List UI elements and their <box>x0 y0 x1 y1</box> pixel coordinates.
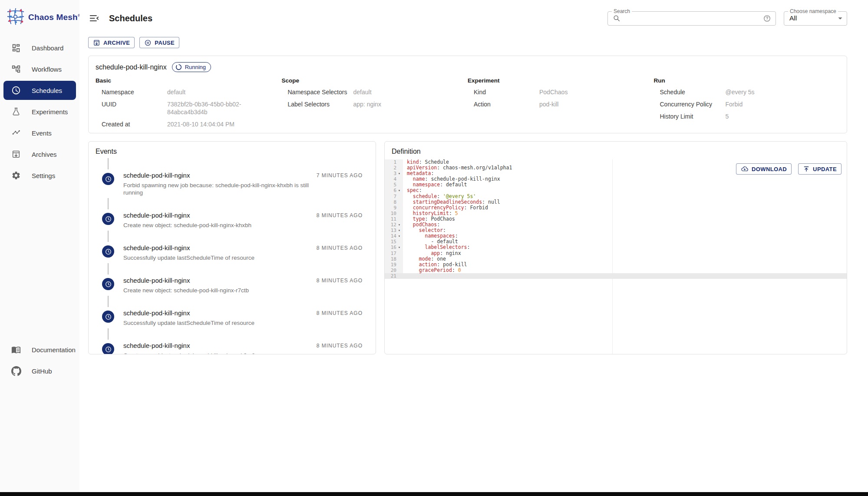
events-timeline: schedule-pod-kill-nginxForbid spawning n… <box>96 158 376 354</box>
event-message: Successfully update lastScheduleTime of … <box>123 319 311 327</box>
line-number: 19 <box>385 262 398 268</box>
fold-gutter <box>398 205 403 211</box>
detail-row: Label Selectorsapp: nginx <box>282 100 468 108</box>
detail-label: UUID <box>96 100 167 116</box>
sidebar-item-schedules[interactable]: Schedules <box>3 81 76 100</box>
event-timestamp: 8 MINUTES AGO <box>317 310 363 316</box>
detail-row: Schedule@every 5s <box>654 88 840 96</box>
dashboard-icon <box>11 43 21 53</box>
detail-label: Namespace Selectors <box>282 88 353 96</box>
schedule-section-run: RunSchedule@every 5sConcurrency PolicyFo… <box>654 77 840 128</box>
detail-row: Namespace Selectorsdefault <box>282 88 468 96</box>
detail-row: KindPodChaos <box>468 88 654 96</box>
header-controls: Search Choose namespace All <box>607 11 847 26</box>
search-help-icon[interactable] <box>763 14 771 23</box>
fold-arrow-icon[interactable]: ▾ <box>398 245 403 250</box>
event-body: schedule-pod-kill-nginxCreate new object… <box>123 211 311 229</box>
schedule-card: schedule-pod-kill-nginx Running BasicNam… <box>88 56 847 133</box>
line-number: 16 <box>385 245 398 250</box>
fold-gutter <box>398 176 403 182</box>
experiments-icon <box>11 106 21 117</box>
detail-value: 5 <box>726 112 729 120</box>
sidebar-item-label: Archives <box>32 151 57 158</box>
archive-button[interactable]: ARCHIVE <box>88 37 135 48</box>
download-button[interactable]: DOWNLOAD <box>736 163 792 175</box>
schedule-card-header: schedule-pod-kill-nginx Running <box>96 62 840 72</box>
line-number: 21 <box>385 273 398 279</box>
sidebar-item-archives[interactable]: Archives <box>3 145 76 164</box>
download-button-label: DOWNLOAD <box>752 166 787 172</box>
yaml-editor[interactable]: 1kind: Schedule2apiVersion: chaos-mesh.o… <box>385 159 847 279</box>
sidebar-item-workflows[interactable]: Workflows <box>3 60 76 79</box>
event-item: schedule-pod-kill-nginxCreate new object… <box>96 276 376 294</box>
sidebar-item-experiments[interactable]: Experiments <box>3 102 76 121</box>
fold-gutter <box>398 165 403 171</box>
fold-arrow-icon[interactable]: ▾ <box>398 228 403 233</box>
event-clock-icon <box>102 173 114 185</box>
sidebar-item-github[interactable]: GitHub <box>3 361 76 380</box>
search-field[interactable]: Search <box>607 11 776 26</box>
namespace-select[interactable]: Choose namespace All <box>784 11 847 26</box>
sidebar-item-settings[interactable]: Settings <box>3 166 76 185</box>
search-input[interactable] <box>624 14 763 23</box>
event-message: Successfully update lastScheduleTime of … <box>123 254 311 261</box>
timeline-connector <box>108 231 109 242</box>
fold-arrow-icon[interactable]: ▾ <box>398 233 403 239</box>
detail-label: Namespace <box>96 88 167 96</box>
event-timestamp: 8 MINUTES AGO <box>317 212 363 218</box>
sidebar-item-events[interactable]: Events <box>3 123 76 142</box>
detail-row: Namespacedefault <box>96 88 282 96</box>
fold-arrow-icon[interactable]: ▾ <box>398 188 403 193</box>
menu-open-icon[interactable] <box>88 12 100 24</box>
line-number: 18 <box>385 256 398 262</box>
fold-gutter <box>398 211 403 216</box>
detail-row: Concurrency PolicyForbid <box>654 100 840 108</box>
code-line: 5 namespace: default <box>385 182 847 188</box>
fold-gutter <box>398 239 403 245</box>
line-number: 8 <box>385 199 398 205</box>
event-body: schedule-pod-kill-nginxForbid spawning n… <box>123 171 311 196</box>
update-button-label: UPDATE <box>813 166 837 172</box>
main-header: Schedules Search Choose namespace All <box>88 10 847 26</box>
definition-panel: Definition DOWNLOAD UPDATE <box>384 141 847 354</box>
event-timestamp: 8 MINUTES AGO <box>317 278 363 284</box>
event-message: Create new object: schedule-pod-kill-ngi… <box>123 352 311 354</box>
fold-gutter <box>398 159 403 165</box>
event-message: Create new object: schedule-pod-kill-ngi… <box>123 222 311 229</box>
sidebar-item-dashboard[interactable]: Dashboard <box>3 38 76 57</box>
fold-arrow-icon[interactable]: ▾ <box>398 222 403 228</box>
line-number: 6 <box>385 188 398 193</box>
detail-value: PodChaos <box>539 88 568 96</box>
event-clock-icon <box>102 311 114 323</box>
fold-gutter <box>398 256 403 262</box>
event-body: schedule-pod-kill-nginxSuccessfully upda… <box>123 244 311 261</box>
detail-row: UUID7382bf2b-0b36-45b0-bb02-84abca4b3d4b <box>96 100 282 116</box>
detail-row: History Limit5 <box>654 112 840 120</box>
timeline-connector <box>108 158 109 169</box>
event-name: schedule-pod-kill-nginx <box>123 244 311 252</box>
pause-button-label: PAUSE <box>155 40 175 46</box>
fold-gutter <box>398 182 403 188</box>
fold-arrow-icon[interactable]: ▾ <box>398 171 403 176</box>
detail-label: Action <box>468 100 539 108</box>
update-button[interactable]: UPDATE <box>798 163 842 175</box>
section-title: Basic <box>96 77 282 84</box>
section-title: Experiment <box>468 77 654 84</box>
sidebar-item-documentation[interactable]: Documentation <box>3 340 76 359</box>
code-line: 20 gracePeriod: 0 <box>385 268 847 273</box>
event-name: schedule-pod-kill-nginx <box>123 276 311 284</box>
code-line: 17 app: nginx <box>385 251 847 256</box>
line-number: 17 <box>385 251 398 256</box>
event-clock-icon <box>102 213 114 225</box>
events-panel: Events schedule-pod-kill-nginxForbid spa… <box>88 141 376 354</box>
event-name: schedule-pod-kill-nginx <box>123 211 311 219</box>
github-icon <box>11 366 21 376</box>
event-body: schedule-pod-kill-nginxCreate new object… <box>123 341 311 354</box>
pause-button[interactable]: PAUSE <box>139 37 179 48</box>
code-text <box>403 273 407 279</box>
sidebar-item-label: Settings <box>32 172 55 179</box>
line-number: 12 <box>385 222 398 228</box>
archive-icon <box>93 39 100 46</box>
event-clock-icon <box>102 245 114 258</box>
sidebar-item-label: Experiments <box>32 108 68 116</box>
